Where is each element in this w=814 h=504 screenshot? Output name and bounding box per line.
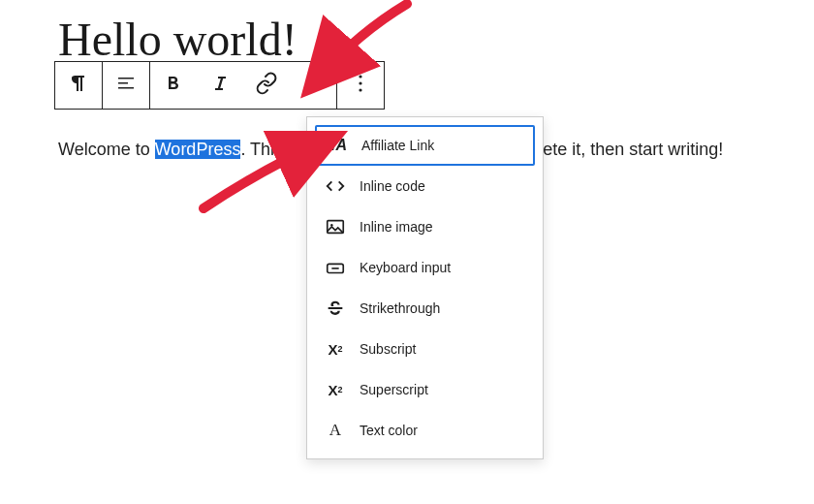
chevron-down-icon: [301, 72, 325, 99]
link-button[interactable]: [243, 62, 290, 109]
paragraph-icon: [67, 72, 90, 99]
dropdown-item-affiliate-link[interactable]: TA Affiliate Link: [315, 125, 535, 166]
align-button[interactable]: [103, 62, 149, 109]
svg-point-0: [359, 75, 361, 78]
strikethrough-icon: [325, 298, 346, 319]
dropdown-item-label: Inline code: [360, 178, 425, 194]
dropdown-item-label: Affiliate Link: [361, 138, 434, 153]
post-title[interactable]: Hello world!: [58, 12, 756, 68]
bold-button[interactable]: [150, 62, 197, 109]
subscript-icon: X2: [325, 338, 346, 360]
dropdown-item-label: Text color: [360, 423, 418, 438]
dropdown-item-strikethrough[interactable]: Strikethrough: [315, 288, 535, 329]
format-dropdown: TA Affiliate Link Inline code Inline ima…: [306, 116, 544, 459]
paragraph-pre: Welcome to: [58, 140, 155, 159]
dropdown-item-keyboard-input[interactable]: Keyboard input: [315, 247, 535, 288]
code-icon: [325, 175, 346, 197]
more-options-button[interactable]: [337, 62, 384, 109]
link-icon: [255, 72, 278, 99]
align-left-icon: [114, 72, 138, 99]
bold-icon: [162, 72, 185, 99]
paragraph-mid: . This: [240, 140, 283, 159]
paragraph-post: elete it, then start writing!: [529, 140, 723, 159]
dropdown-item-label: Superscript: [360, 382, 428, 397]
more-format-button[interactable]: [290, 62, 336, 109]
selected-text: WordPress: [155, 140, 241, 159]
italic-icon: [208, 72, 232, 99]
superscript-icon: X2: [325, 379, 346, 400]
dropdown-item-subscript[interactable]: X2 Subscript: [315, 329, 535, 369]
toolbar-group-block: [55, 62, 103, 109]
dropdown-item-text-color[interactable]: A Text color: [315, 410, 535, 451]
image-icon: [325, 216, 346, 237]
block-toolbar: [54, 61, 385, 110]
dropdown-item-label: Subscript: [360, 341, 416, 357]
dropdown-item-inline-image[interactable]: Inline image: [315, 206, 535, 247]
italic-button[interactable]: [197, 62, 243, 109]
paragraph-block-button[interactable]: [55, 62, 102, 109]
svg-point-1: [359, 81, 361, 84]
dropdown-item-label: Strikethrough: [360, 300, 440, 316]
text-color-icon: A: [325, 420, 346, 441]
ta-icon: TA: [327, 135, 348, 156]
dropdown-item-superscript[interactable]: X2 Superscript: [315, 369, 535, 410]
keyboard-icon: [325, 257, 346, 278]
dropdown-item-label: Keyboard input: [360, 260, 451, 275]
toolbar-group-align: [103, 62, 150, 109]
toolbar-group-more: [337, 62, 384, 109]
more-vertical-icon: [349, 72, 372, 99]
dropdown-item-inline-code[interactable]: Inline code: [315, 166, 535, 206]
toolbar-group-format: [150, 62, 337, 109]
dropdown-item-label: Inline image: [360, 219, 433, 235]
svg-point-2: [359, 88, 361, 91]
